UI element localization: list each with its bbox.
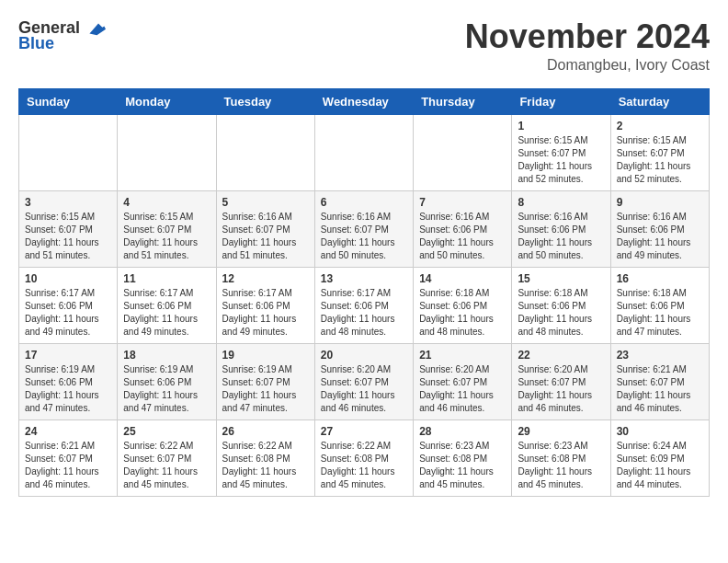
calendar-cell: 20Sunrise: 6:20 AM Sunset: 6:07 PM Dayli… <box>314 343 413 419</box>
day-info: Sunrise: 6:22 AM Sunset: 6:08 PM Dayligh… <box>222 440 309 491</box>
month-title: November 2024 <box>465 18 710 55</box>
calendar-cell: 5Sunrise: 6:16 AM Sunset: 6:07 PM Daylig… <box>216 190 314 267</box>
day-info: Sunrise: 6:18 AM Sunset: 6:06 PM Dayligh… <box>518 287 604 339</box>
day-info: Sunrise: 6:16 AM Sunset: 6:06 PM Dayligh… <box>617 211 703 262</box>
calendar-cell: 13Sunrise: 6:17 AM Sunset: 6:06 PM Dayli… <box>314 267 413 343</box>
day-number: 19 <box>222 349 309 362</box>
day-info: Sunrise: 6:21 AM Sunset: 6:07 PM Dayligh… <box>25 440 111 491</box>
calendar-cell: 28Sunrise: 6:23 AM Sunset: 6:08 PM Dayli… <box>414 419 512 496</box>
day-info: Sunrise: 6:22 AM Sunset: 6:08 PM Dayligh… <box>321 440 407 491</box>
weekday-header-thursday: Thursday <box>414 88 512 114</box>
day-number: 13 <box>321 272 407 285</box>
day-number: 27 <box>321 425 407 438</box>
calendar-cell: 9Sunrise: 6:16 AM Sunset: 6:06 PM Daylig… <box>610 190 709 267</box>
day-number: 1 <box>518 120 604 132</box>
day-number: 24 <box>25 425 111 438</box>
calendar-cell: 11Sunrise: 6:17 AM Sunset: 6:06 PM Dayli… <box>118 267 216 343</box>
day-info: Sunrise: 6:21 AM Sunset: 6:07 PM Dayligh… <box>617 363 703 415</box>
calendar-cell: 1Sunrise: 6:15 AM Sunset: 6:07 PM Daylig… <box>512 114 610 190</box>
calendar-cell: 16Sunrise: 6:18 AM Sunset: 6:06 PM Dayli… <box>610 267 709 343</box>
calendar-cell: 19Sunrise: 6:19 AM Sunset: 6:07 PM Dayli… <box>216 343 314 419</box>
day-info: Sunrise: 6:22 AM Sunset: 6:07 PM Dayligh… <box>123 440 210 491</box>
page-header: General Blue November 2024 Domangbeu, Iv… <box>18 18 710 74</box>
day-number: 9 <box>617 196 703 209</box>
day-info: Sunrise: 6:15 AM Sunset: 6:07 PM Dayligh… <box>518 134 604 186</box>
calendar-week-row: 1Sunrise: 6:15 AM Sunset: 6:07 PM Daylig… <box>19 114 710 190</box>
day-info: Sunrise: 6:20 AM Sunset: 6:07 PM Dayligh… <box>321 363 407 415</box>
calendar-cell: 2Sunrise: 6:15 AM Sunset: 6:07 PM Daylig… <box>610 114 709 190</box>
day-number: 7 <box>419 196 506 209</box>
calendar-cell: 23Sunrise: 6:21 AM Sunset: 6:07 PM Dayli… <box>610 343 709 419</box>
day-number: 16 <box>617 272 703 285</box>
calendar-cell: 22Sunrise: 6:20 AM Sunset: 6:07 PM Dayli… <box>512 343 610 419</box>
weekday-header-saturday: Saturday <box>610 88 709 114</box>
calendar-cell: 3Sunrise: 6:15 AM Sunset: 6:07 PM Daylig… <box>19 190 118 267</box>
calendar-cell: 6Sunrise: 6:16 AM Sunset: 6:07 PM Daylig… <box>314 190 413 267</box>
calendar-table: SundayMondayTuesdayWednesdayThursdayFrid… <box>18 88 710 497</box>
calendar-cell <box>314 114 413 190</box>
logo-bird-icon <box>84 19 106 38</box>
day-info: Sunrise: 6:17 AM Sunset: 6:06 PM Dayligh… <box>222 287 309 339</box>
logo-blue-text: Blue <box>18 34 54 53</box>
day-number: 5 <box>222 196 309 209</box>
day-info: Sunrise: 6:16 AM Sunset: 6:06 PM Dayligh… <box>518 211 604 262</box>
logo: General Blue <box>18 18 106 53</box>
calendar-cell: 17Sunrise: 6:19 AM Sunset: 6:06 PM Dayli… <box>19 343 118 419</box>
day-info: Sunrise: 6:17 AM Sunset: 6:06 PM Dayligh… <box>25 287 111 339</box>
day-info: Sunrise: 6:20 AM Sunset: 6:07 PM Dayligh… <box>419 363 506 415</box>
day-number: 29 <box>518 425 604 438</box>
day-info: Sunrise: 6:15 AM Sunset: 6:07 PM Dayligh… <box>617 134 703 186</box>
day-info: Sunrise: 6:23 AM Sunset: 6:08 PM Dayligh… <box>419 440 506 491</box>
weekday-header-sunday: Sunday <box>19 88 118 114</box>
title-area: November 2024 Domangbeu, Ivory Coast <box>465 18 710 74</box>
day-number: 12 <box>222 272 309 285</box>
calendar-cell <box>19 114 118 190</box>
calendar-week-row: 17Sunrise: 6:19 AM Sunset: 6:06 PM Dayli… <box>19 343 710 419</box>
calendar-cell: 26Sunrise: 6:22 AM Sunset: 6:08 PM Dayli… <box>216 419 314 496</box>
day-number: 2 <box>617 120 703 132</box>
weekday-header-monday: Monday <box>118 88 216 114</box>
calendar-cell <box>118 114 216 190</box>
calendar-cell: 7Sunrise: 6:16 AM Sunset: 6:06 PM Daylig… <box>414 190 512 267</box>
weekday-header-wednesday: Wednesday <box>314 88 413 114</box>
weekday-header-friday: Friday <box>512 88 610 114</box>
day-number: 8 <box>518 196 604 209</box>
location-subtitle: Domangbeu, Ivory Coast <box>465 57 710 74</box>
calendar-cell: 10Sunrise: 6:17 AM Sunset: 6:06 PM Dayli… <box>19 267 118 343</box>
day-info: Sunrise: 6:18 AM Sunset: 6:06 PM Dayligh… <box>617 287 703 339</box>
day-number: 3 <box>25 196 111 209</box>
calendar-cell: 25Sunrise: 6:22 AM Sunset: 6:07 PM Dayli… <box>118 419 216 496</box>
day-info: Sunrise: 6:20 AM Sunset: 6:07 PM Dayligh… <box>518 363 604 415</box>
day-number: 18 <box>123 349 210 362</box>
svg-marker-0 <box>89 23 106 35</box>
weekday-header-tuesday: Tuesday <box>216 88 314 114</box>
day-info: Sunrise: 6:19 AM Sunset: 6:06 PM Dayligh… <box>25 363 111 415</box>
calendar-cell: 30Sunrise: 6:24 AM Sunset: 6:09 PM Dayli… <box>610 419 709 496</box>
calendar-header-row: SundayMondayTuesdayWednesdayThursdayFrid… <box>19 88 710 114</box>
calendar-cell: 21Sunrise: 6:20 AM Sunset: 6:07 PM Dayli… <box>414 343 512 419</box>
day-number: 21 <box>419 349 506 362</box>
calendar-week-row: 24Sunrise: 6:21 AM Sunset: 6:07 PM Dayli… <box>19 419 710 496</box>
day-info: Sunrise: 6:24 AM Sunset: 6:09 PM Dayligh… <box>617 440 703 491</box>
day-info: Sunrise: 6:19 AM Sunset: 6:06 PM Dayligh… <box>123 363 210 415</box>
day-info: Sunrise: 6:17 AM Sunset: 6:06 PM Dayligh… <box>123 287 210 339</box>
day-number: 4 <box>123 196 210 209</box>
day-number: 30 <box>617 425 703 438</box>
calendar-cell <box>216 114 314 190</box>
day-info: Sunrise: 6:16 AM Sunset: 6:06 PM Dayligh… <box>419 211 506 262</box>
day-number: 10 <box>25 272 111 285</box>
calendar-cell: 12Sunrise: 6:17 AM Sunset: 6:06 PM Dayli… <box>216 267 314 343</box>
calendar-week-row: 3Sunrise: 6:15 AM Sunset: 6:07 PM Daylig… <box>19 190 710 267</box>
day-number: 17 <box>25 349 111 362</box>
day-info: Sunrise: 6:19 AM Sunset: 6:07 PM Dayligh… <box>222 363 309 415</box>
day-number: 6 <box>321 196 407 209</box>
day-info: Sunrise: 6:18 AM Sunset: 6:06 PM Dayligh… <box>419 287 506 339</box>
day-number: 15 <box>518 272 604 285</box>
day-number: 25 <box>123 425 210 438</box>
day-number: 23 <box>617 349 703 362</box>
day-number: 20 <box>321 349 407 362</box>
calendar-cell: 24Sunrise: 6:21 AM Sunset: 6:07 PM Dayli… <box>19 419 118 496</box>
day-info: Sunrise: 6:16 AM Sunset: 6:07 PM Dayligh… <box>321 211 407 262</box>
calendar-cell: 14Sunrise: 6:18 AM Sunset: 6:06 PM Dayli… <box>414 267 512 343</box>
calendar-cell: 18Sunrise: 6:19 AM Sunset: 6:06 PM Dayli… <box>118 343 216 419</box>
